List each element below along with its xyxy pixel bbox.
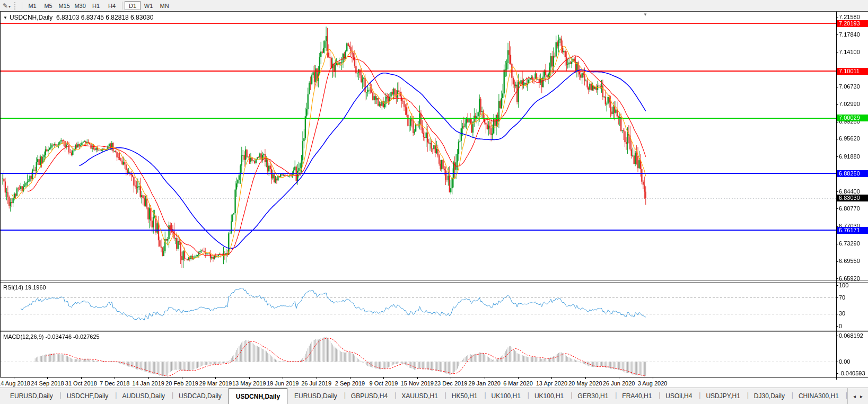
rsi-tick-label: 100 xyxy=(839,282,848,288)
timeframe-button-h1[interactable]: H1 xyxy=(88,1,104,10)
rsi-tick-label: 30 xyxy=(839,310,845,317)
chart-tab-uk100-h1[interactable]: UK100,H1 xyxy=(485,388,528,404)
price-line-badge: 7.10011 xyxy=(837,68,868,75)
tool-dropdown-caret[interactable]: ▾ xyxy=(8,4,11,9)
chart-tab-audusd-daily[interactable]: AUDUSD,Daily xyxy=(115,388,172,404)
chart-ohlc-values: 6.83103 6.83745 6.82818 6.83030 xyxy=(56,14,154,21)
date-label: 24 Sep 2018 xyxy=(31,380,64,387)
price-tick-label: 7.06730 xyxy=(839,83,860,90)
price-tick-label: 6.80770 xyxy=(839,205,860,212)
date-axis: 14 Aug 201824 Sep 201831 Oct 20187 Dec 2… xyxy=(0,380,868,388)
chart-tab-hk50-h1[interactable]: HK50,H1 xyxy=(445,388,485,404)
chart-tab-usdcnh-daily[interactable]: USDCNH,Daily xyxy=(229,388,287,404)
timeframe-button-h4[interactable]: H4 xyxy=(104,1,120,10)
chart-symbol-label: USDCNH,Daily xyxy=(10,14,52,21)
price-line-badge: 7.00029 xyxy=(837,115,868,121)
chart-shift-marker[interactable]: ▼ xyxy=(643,12,647,17)
chart-tab-fra40-h1[interactable]: FRA40,H1 xyxy=(615,388,659,404)
date-label: 26 Jul 2019 xyxy=(301,380,331,387)
symbol-collapse-icon[interactable]: ▼ xyxy=(3,15,7,20)
chart-tab-xauusd-h1[interactable]: XAUUSD,H1 xyxy=(394,388,445,404)
date-label: 6 Mar 2020 xyxy=(503,380,533,387)
date-label: 29 Jan 2020 xyxy=(468,380,501,387)
date-label: 31 Oct 2018 xyxy=(65,380,97,387)
date-label: 20 May 2020 xyxy=(568,380,602,387)
date-label: 19 Jun 2019 xyxy=(267,380,299,387)
timeframe-button-m1[interactable]: M1 xyxy=(24,1,40,10)
draw-tool-icon[interactable]: ✎▾ xyxy=(1,2,12,10)
date-label: 7 Dec 2018 xyxy=(100,380,129,387)
macd-tick-label: -0.040593 xyxy=(839,370,865,376)
date-label: 20 Feb 2019 xyxy=(165,380,198,387)
date-label: 26 Jun 2020 xyxy=(603,380,635,387)
timeframe-button-mn[interactable]: MN xyxy=(156,1,172,10)
date-label: 29 Mar 2019 xyxy=(199,380,232,387)
chart-tab-usdcad-daily[interactable]: USDCAD,Daily xyxy=(172,388,229,404)
chart-title: ▼USDCNH,Daily 6.83103 6.83745 6.82818 6.… xyxy=(3,14,153,21)
price-line-badge: 6.76171 xyxy=(837,227,868,234)
date-label: 3 Aug 2020 xyxy=(638,380,668,387)
price-tick-label: 6.73290 xyxy=(839,240,860,247)
date-label: 14 Jan 2019 xyxy=(132,380,164,387)
chart-tab-uk100-h1[interactable]: UK100,H1 xyxy=(528,388,571,404)
timeframe-toolbar: ✎▾ M1M5M15M30H1H4D1W1MN xyxy=(0,0,868,11)
timeframe-button-m5[interactable]: M5 xyxy=(40,1,56,10)
price-tick-label: 6.65920 xyxy=(839,275,860,282)
chart-tab-usdjpy-h1[interactable]: USDJPY,H1 xyxy=(699,388,747,404)
price-tick-label: 7.21580 xyxy=(839,14,860,20)
chart-tab-usoil-h1[interactable]: USOil,H1 xyxy=(846,388,847,404)
toolbar-drag-handle[interactable] xyxy=(14,2,16,10)
rsi-tick-label: 70 xyxy=(839,294,845,301)
chart-tab-eurusd-daily[interactable]: EURUSD,Daily xyxy=(3,388,60,404)
tab-scroll-arrows: ◂ ▸ xyxy=(847,388,868,404)
timeframe-button-m30[interactable]: M30 xyxy=(72,1,88,10)
price-tick-label: 7.02990 xyxy=(839,101,860,107)
date-label: 14 Aug 2018 xyxy=(0,380,30,387)
chart-tab-usdchf-daily[interactable]: USDCHF,Daily xyxy=(60,388,116,404)
chart-tab-bar: EURUSD,DailyUSDCHF,DailyAUDUSD,DailyUSDC… xyxy=(0,388,868,404)
chart-tab-ger30-h1[interactable]: GER30,H1 xyxy=(571,388,615,404)
price-line-badge: 6.88250 xyxy=(837,170,868,177)
macd-tick-label: 0.068192 xyxy=(839,332,863,339)
date-label: 13 Apr 2020 xyxy=(536,380,567,387)
chart-tab-usoil-h4[interactable]: USOil,H4 xyxy=(659,388,699,404)
rsi-indicator-label: RSI(14) 19.1960 xyxy=(3,284,46,291)
price-tick-label: 7.17840 xyxy=(839,31,860,38)
price-tick-label: 6.69550 xyxy=(839,258,860,264)
chart-canvas[interactable] xyxy=(0,12,868,380)
price-tick-label: 6.91880 xyxy=(839,153,860,160)
chart-tab-eurusd-daily[interactable]: EURUSD,Daily xyxy=(287,388,344,404)
toolbar-separator xyxy=(22,2,22,10)
chart-tab-gbpusd-h4[interactable]: GBPUSD,H4 xyxy=(344,388,394,404)
timeframe-button-d1[interactable]: D1 xyxy=(125,1,141,10)
macd-indicator-label: MACD(12,26,9) -0.034746 -0.027625 xyxy=(3,333,100,340)
price-tick-label: 6.84400 xyxy=(839,188,860,195)
rsi-tick-label: 0 xyxy=(839,323,842,329)
price-tick-label: 7.14100 xyxy=(839,49,860,55)
timeframe-button-w1[interactable]: W1 xyxy=(141,1,156,10)
tabs-scroll-right-icon[interactable]: ▸ xyxy=(860,393,863,399)
tabs-scroll-left-icon[interactable]: ◂ xyxy=(853,393,856,399)
date-label: 13 May 2019 xyxy=(232,380,266,387)
chart-tab-dj30-daily[interactable]: DJ30,Daily xyxy=(747,388,792,404)
date-label: 2 Sep 2019 xyxy=(335,380,365,387)
chart-tab-china300-h1[interactable]: CHINA300,H1 xyxy=(792,388,846,404)
date-label: 9 Oct 2019 xyxy=(369,380,398,387)
macd-tick-label: 0.00 xyxy=(839,358,850,365)
price-line-badge: 7.20193 xyxy=(837,20,868,27)
timeframe-button-m15[interactable]: M15 xyxy=(56,1,72,10)
date-label: 23 Dec 2019 xyxy=(434,380,467,387)
toolbar-separator xyxy=(122,2,122,10)
price-tick-label: 6.95620 xyxy=(839,135,860,142)
price-line-badge: 6.83030 xyxy=(837,195,868,201)
date-label: 15 Nov 2019 xyxy=(401,380,434,387)
